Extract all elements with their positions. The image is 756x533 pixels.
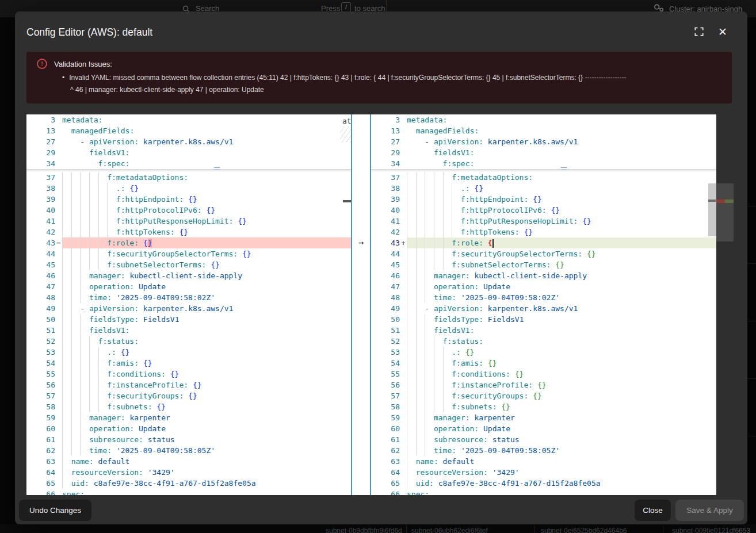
code-line[interactable]: 60 operation: Update bbox=[26, 423, 351, 434]
code-line[interactable]: 43+ f:role: { bbox=[371, 237, 716, 248]
code-line[interactable]: 64 resourceVersion: '3429' bbox=[371, 467, 716, 478]
sticky-line[interactable]: 3metadata: bbox=[26, 114, 351, 125]
code-line[interactable]: 47 operation: Update bbox=[26, 281, 351, 292]
code-line[interactable]: 59 manager: karpenter bbox=[371, 412, 716, 423]
bullet: • bbox=[62, 74, 64, 82]
code-line[interactable]: 50 fieldsType: FieldsV1 bbox=[26, 314, 351, 325]
code-line[interactable]: 40 f:httpProtocolIPv6: {} bbox=[26, 205, 351, 216]
sticky-scroll-right: 3metadata:13 managedFields:27 - apiVersi… bbox=[371, 114, 716, 170]
sticky-line[interactable]: 27 - apiVersion: karpenter.k8s.aws/v1 bbox=[26, 136, 351, 147]
code-line[interactable]: 48 time: '2025-09-04T09:58:02Z' bbox=[371, 292, 716, 303]
code-line[interactable]: 59 manager: karpenter bbox=[26, 412, 351, 423]
code-line[interactable]: 56 f:instanceProfile: {} bbox=[26, 379, 351, 390]
fullscreen-icon[interactable] bbox=[692, 24, 707, 39]
code-line[interactable]: 41 f:httpPutResponseHopLimit: {} bbox=[371, 216, 716, 227]
code-line[interactable]: 64 resourceVersion: '3429' bbox=[26, 467, 351, 478]
code-line[interactable]: 65 uid: c8afe97e-38cc-4f91-a767-d15f2a8f… bbox=[26, 478, 351, 489]
overview-ruler-slider[interactable] bbox=[716, 183, 734, 241]
code-line[interactable]: 47 operation: Update bbox=[371, 281, 716, 292]
close-button[interactable]: Close bbox=[635, 500, 671, 521]
slash-key-chip: / bbox=[341, 2, 351, 12]
code-line[interactable]: 46 manager: kubectl-client-side-apply bbox=[26, 270, 351, 281]
sticky-line[interactable]: 29 fieldsV1: bbox=[26, 147, 351, 158]
code-line[interactable]: 48 time: '2025-09-04T09:58:02Z' bbox=[26, 292, 351, 303]
sticky-line[interactable]: 34 f:spec: bbox=[26, 158, 351, 169]
undo-changes-button[interactable]: Undo Changes bbox=[19, 500, 91, 521]
original-editor-pane[interactable]: 3metadata:13 managedFields:27 - apiVersi… bbox=[26, 114, 351, 495]
code-line[interactable]: 45 f:subnetSelectorTerms: {} bbox=[26, 259, 351, 270]
code-line[interactable]: 37 f:metadataOptions: bbox=[26, 172, 351, 183]
code-line[interactable]: 44 f:securityGroupSelectorTerms: {} bbox=[371, 248, 716, 259]
code-line[interactable]: 50 fieldsType: FieldsV1 bbox=[371, 314, 716, 325]
code-line[interactable]: 38 .: {} bbox=[371, 183, 716, 194]
sticky-line[interactable]: 29 fieldsV1: bbox=[371, 147, 716, 158]
code-line[interactable]: 38 .: {} bbox=[26, 183, 351, 194]
overview-ruler-added-mark bbox=[725, 200, 734, 203]
revert-change-arrow-icon[interactable]: → bbox=[352, 237, 370, 248]
code-line[interactable]: 44 f:securityGroupSelectorTerms: {} bbox=[26, 248, 351, 259]
sticky-line[interactable]: 3metadata: bbox=[371, 114, 716, 125]
validation-message-line2: ^ 46 | manager: kubectl-client-side-appl… bbox=[70, 86, 264, 94]
table-cell: subnet-0b9dbfbfn9i6fd6d bbox=[326, 527, 402, 533]
code-line[interactable]: 40 f:httpProtocolIPv6: {} bbox=[371, 205, 716, 216]
code-line[interactable]: 57 f:securityGroups: {} bbox=[26, 390, 351, 401]
code-line[interactable]: 43− f:role: {} bbox=[26, 237, 351, 248]
code-line[interactable]: 37 f:metadataOptions: bbox=[371, 172, 716, 183]
code-line[interactable]: 46 manager: kubectl-client-side-apply bbox=[371, 270, 716, 281]
config-editor-modal: Config Editor (AWS): default ✕ ! Validat… bbox=[15, 11, 747, 524]
code-line[interactable]: 49 - apiVersion: karpenter.k8s.aws/v1 bbox=[371, 303, 716, 314]
code-line[interactable]: 65 uid: c8afe97e-38cc-4f91-a767-d15f2a8f… bbox=[371, 478, 716, 489]
left-scrollbar-mark bbox=[343, 200, 351, 202]
scrollbar-cursor-mark bbox=[708, 200, 716, 202]
sticky-line[interactable]: 13 managedFields: bbox=[26, 125, 351, 136]
code-line[interactable]: 41 f:httpPutResponseHopLimit: {} bbox=[26, 216, 351, 227]
code-line[interactable]: 42 f:httpTokens: {} bbox=[26, 227, 351, 237]
sticky-scroll-left: 3metadata:13 managedFields:27 - apiVersi… bbox=[26, 114, 351, 170]
sticky-line[interactable]: 27 - apiVersion: karpenter.k8s.aws/v1 bbox=[371, 136, 716, 147]
background-row-line bbox=[747, 378, 756, 379]
code-line[interactable]: 62 time: '2025-09-04T09:58:05Z' bbox=[26, 445, 351, 456]
code-line[interactable]: 62 time: '2025-09-04T09:58:05Z' bbox=[371, 445, 716, 456]
code-line[interactable]: 52 f:status: bbox=[26, 336, 351, 347]
validation-title: Validation Issues: bbox=[54, 60, 112, 68]
code-line[interactable]: 63 name: default bbox=[371, 456, 716, 467]
table-divider bbox=[534, 526, 534, 533]
table-divider bbox=[406, 526, 407, 533]
sticky-line[interactable]: 34 f:spec: bbox=[371, 158, 716, 169]
code-line[interactable]: 39 f:httpEndpoint: {} bbox=[26, 194, 351, 205]
code-line[interactable]: 56 f:instanceProfile: {} bbox=[371, 379, 716, 390]
code-line[interactable]: 39 f:httpEndpoint: {} bbox=[371, 194, 716, 205]
code-line[interactable]: 45 f:subnetSelectorTerms: {} bbox=[371, 259, 716, 270]
code-line[interactable]: 63 name: default bbox=[26, 456, 351, 467]
code-line[interactable]: 66spec: bbox=[26, 489, 351, 495]
code-line[interactable]: 51 fieldsV1: bbox=[26, 325, 351, 336]
code-line[interactable]: 52 f:status: bbox=[371, 336, 716, 347]
code-line[interactable]: 60 operation: Update bbox=[371, 423, 716, 434]
code-line[interactable]: 54 f:amis: {} bbox=[26, 358, 351, 369]
code-line[interactable]: 61 subresource: status bbox=[26, 434, 351, 445]
code-line[interactable]: 49 - apiVersion: karpenter.k8s.aws/v1 bbox=[26, 303, 351, 314]
sticky-line[interactable]: 13 managedFields: bbox=[371, 125, 716, 136]
diff-sash[interactable]: → bbox=[351, 114, 371, 495]
code-line[interactable]: 58 f:subnets: {} bbox=[26, 401, 351, 412]
code-line[interactable]: 42 f:httpTokens: {} bbox=[371, 227, 716, 237]
expand-region-widget[interactable] bbox=[561, 167, 567, 170]
code-line[interactable]: 54 f:amis: {} bbox=[371, 358, 716, 369]
code-line[interactable]: 57 f:securityGroups: {} bbox=[371, 390, 716, 401]
code-line[interactable]: 66spec: bbox=[371, 489, 716, 495]
code-line[interactable]: 53 .: {} bbox=[371, 347, 716, 358]
expand-region-widget[interactable] bbox=[214, 167, 220, 170]
code-line[interactable]: 58 f:subnets: {} bbox=[371, 401, 716, 412]
vertical-scrollbar[interactable] bbox=[708, 183, 716, 236]
save-apply-button: Save & Apply bbox=[675, 500, 744, 521]
table-cell: subnet-0ei6525bd62d464b6 bbox=[541, 527, 627, 533]
code-line[interactable]: 53 .: {} bbox=[26, 347, 351, 358]
modified-editor-pane[interactable]: 3metadata:13 managedFields:27 - apiVersi… bbox=[371, 114, 716, 495]
close-icon[interactable]: ✕ bbox=[715, 24, 730, 39]
error-circle-icon: ! bbox=[37, 59, 47, 69]
yaml-diff-editor: 3metadata:13 managedFields:27 - apiVersi… bbox=[26, 114, 716, 495]
code-line[interactable]: 55 f:conditions: {} bbox=[371, 369, 716, 379]
code-line[interactable]: 55 f:conditions: {} bbox=[26, 369, 351, 379]
code-line[interactable]: 61 subresource: status bbox=[371, 434, 716, 445]
code-line[interactable]: 51 fieldsV1: bbox=[371, 325, 716, 336]
